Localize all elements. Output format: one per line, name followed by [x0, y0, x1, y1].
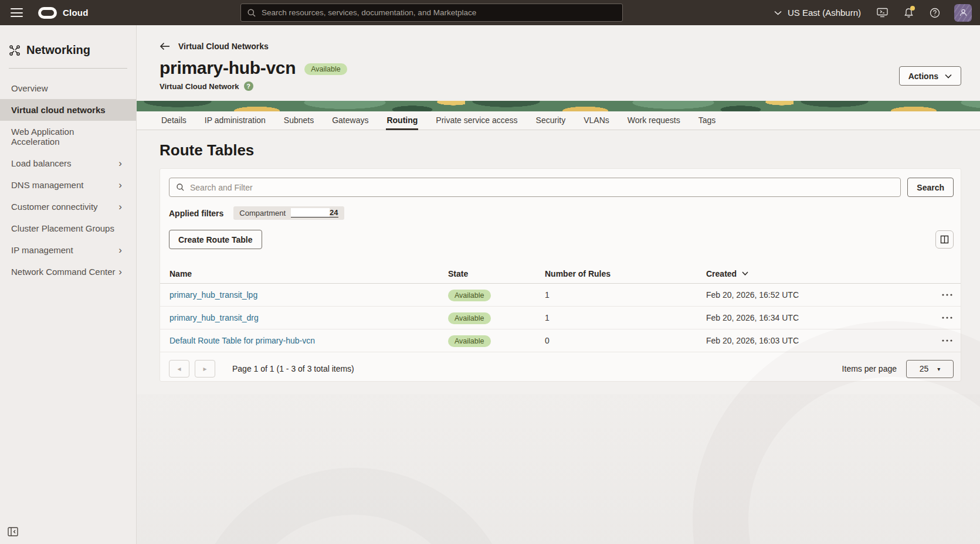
sidebar-item-customer-connectivity[interactable]: Customer connectivity › [0, 196, 136, 217]
tab-security[interactable]: Security [535, 111, 567, 130]
route-tables-table: Name State Number of Rules Created prima… [160, 264, 961, 352]
row-actions-button[interactable] [940, 337, 955, 344]
menu-icon[interactable] [11, 8, 23, 17]
manage-columns-button[interactable] [935, 230, 954, 249]
sidebar-item-network-command-center[interactable]: Network Command Center › [0, 261, 136, 283]
decorative-circle [189, 468, 518, 544]
topbar: Cloud US East (Ashburn) [0, 0, 980, 25]
sidebar-item-virtual-cloud-networks[interactable]: Virtual cloud networks [0, 99, 136, 121]
compartment-filter-chip[interactable]: Compartment 24 [233, 206, 344, 220]
pagination-label: Page 1 of 1 (1 - 3 of 3 total items) [232, 364, 354, 373]
table-row: primary_hub_transit_lpg Available 1 Feb … [160, 284, 961, 307]
created-timestamp: Feb 20, 2026, 16:03 UTC [706, 336, 924, 345]
tab-private-service-access[interactable]: Private service access [435, 111, 518, 130]
columns-icon [940, 235, 949, 244]
chevron-right-icon: › [118, 158, 122, 168]
route-table-link[interactable]: primary_hub_transit_lpg [169, 290, 257, 300]
sidebar-item-ip-management[interactable]: IP management › [0, 239, 136, 261]
sidebar: Networking Overview Virtual cloud networ… [0, 25, 137, 544]
help-circle-icon[interactable]: ? [244, 81, 253, 91]
tab-work-requests[interactable]: Work requests [627, 111, 681, 130]
tab-bar: Details IP administration Subnets Gatewa… [137, 111, 980, 130]
search-filter-field[interactable] [169, 178, 901, 197]
tab-routing[interactable]: Routing [386, 111, 418, 130]
help-icon[interactable] [930, 8, 940, 18]
decorative-banner [137, 101, 980, 111]
ellipsis-icon [942, 339, 952, 342]
sidebar-item-cluster-placement-groups[interactable]: Cluster Placement Groups [0, 217, 136, 239]
table-row: Default Route Table for primary-hub-vcn … [160, 329, 961, 352]
rules-count: 0 [545, 336, 706, 345]
applied-filters-label: Applied filters [169, 209, 223, 218]
search-filter-input[interactable] [190, 183, 894, 192]
status-badge: Available [304, 63, 347, 75]
search-row: Search [160, 169, 961, 197]
rules-count: 1 [545, 313, 706, 322]
page-title: primary-hub-vcn [160, 58, 296, 78]
notifications-bell-icon[interactable] [904, 8, 914, 18]
sidebar-item-web-application-acceleration[interactable]: Web Application Acceleration [0, 121, 136, 152]
search-button[interactable]: Search [907, 178, 954, 197]
filter-chip-name: Compartment [239, 209, 286, 217]
decorative-band [137, 394, 980, 544]
sidebar-nav: Overview Virtual cloud networks Web Appl… [0, 77, 136, 283]
region-selector[interactable]: US East (Ashburn) [774, 8, 861, 18]
status-badge: Available [448, 312, 491, 324]
table-row: primary_hub_transit_drg Available 1 Feb … [160, 307, 961, 329]
route-table-link[interactable]: Default Route Table for primary-hub-vcn [169, 336, 315, 345]
chevron-right-icon: › [118, 180, 122, 190]
breadcrumb-link[interactable]: Virtual Cloud Networks [178, 42, 269, 51]
global-search[interactable] [240, 4, 623, 22]
subtitle-row: Virtual Cloud Network ? [137, 81, 980, 91]
column-header-state[interactable]: State [448, 269, 545, 278]
sidebar-title: Networking [26, 43, 90, 57]
status-badge: Available [448, 335, 491, 347]
networking-icon [9, 45, 21, 56]
tab-tags[interactable]: Tags [698, 111, 717, 130]
sort-chevron-down-icon [742, 271, 748, 276]
tab-gateways[interactable]: Gateways [331, 111, 369, 130]
cloud-shell-icon[interactable] [877, 8, 888, 18]
search-icon [176, 183, 185, 192]
previous-page-button[interactable]: ◂ [169, 360, 189, 378]
sidebar-item-dns-management[interactable]: DNS management › [0, 174, 136, 196]
search-icon [247, 8, 256, 18]
redacted-value [291, 208, 330, 217]
route-tables-section: Route Tables Search Applied filters Comp… [137, 141, 980, 382]
route-table-link[interactable]: primary_hub_transit_drg [169, 313, 259, 322]
tab-ip-administration[interactable]: IP administration [204, 111, 266, 130]
user-avatar[interactable] [954, 4, 972, 22]
tab-details[interactable]: Details [161, 111, 187, 130]
tab-vlans[interactable]: VLANs [583, 111, 610, 130]
column-header-created[interactable]: Created [706, 269, 924, 278]
chevron-right-icon: › [118, 245, 122, 255]
pagination: ◂ ▸ Page 1 of 1 (1 - 3 of 3 total items)… [160, 352, 961, 385]
row-actions-button[interactable] [940, 291, 955, 298]
sidebar-item-overview[interactable]: Overview [0, 77, 136, 99]
chevron-down-icon [774, 11, 782, 15]
caret-down-icon: ▾ [937, 366, 940, 372]
global-search-input[interactable] [262, 8, 616, 17]
main-content: Virtual Cloud Networks primary-hub-vcn A… [137, 25, 980, 544]
chevron-down-icon [945, 74, 952, 79]
created-timestamp: Feb 20, 2026, 16:52 UTC [706, 290, 924, 300]
collapse-sidebar-button[interactable] [5, 525, 21, 539]
topbar-right: US East (Ashburn) [774, 0, 972, 25]
column-header-name[interactable]: Name [160, 269, 448, 278]
actions-button[interactable]: Actions [899, 66, 961, 86]
back-arrow-icon[interactable] [160, 42, 170, 50]
section-heading: Route Tables [160, 141, 961, 159]
sidebar-item-load-balancers[interactable]: Load balancers › [0, 152, 136, 174]
resource-type-label: Virtual Cloud Network [160, 82, 239, 91]
tab-subnets[interactable]: Subnets [283, 111, 314, 130]
next-page-button[interactable]: ▸ [195, 360, 215, 378]
column-header-number-of-rules[interactable]: Number of Rules [545, 269, 706, 278]
items-per-page-select[interactable]: 25 ▾ [906, 360, 954, 378]
row-actions-button[interactable] [940, 314, 955, 321]
chevron-right-icon: › [118, 202, 122, 212]
brand-label: Cloud [63, 8, 89, 18]
region-label: US East (Ashburn) [788, 8, 861, 18]
route-tables-card: Search Applied filters Compartment 24 Cr… [160, 168, 961, 382]
oracle-logo-icon[interactable] [38, 7, 57, 19]
create-route-table-button[interactable]: Create Route Table [169, 230, 262, 249]
